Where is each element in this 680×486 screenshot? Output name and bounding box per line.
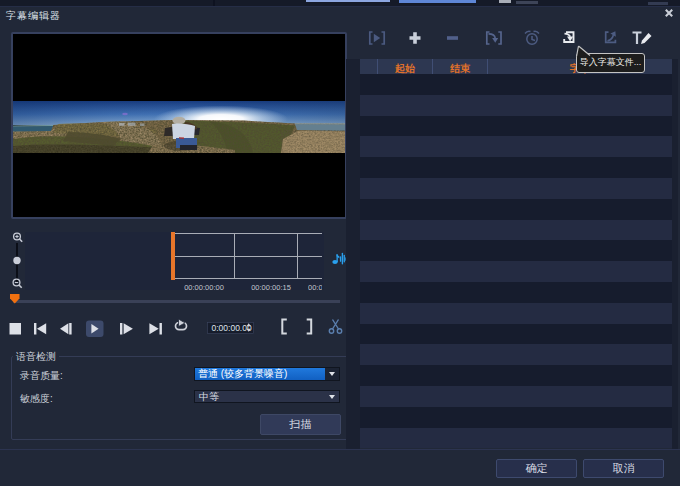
svg-text:0:00:00.00: 0:00:00.00 xyxy=(212,323,252,333)
